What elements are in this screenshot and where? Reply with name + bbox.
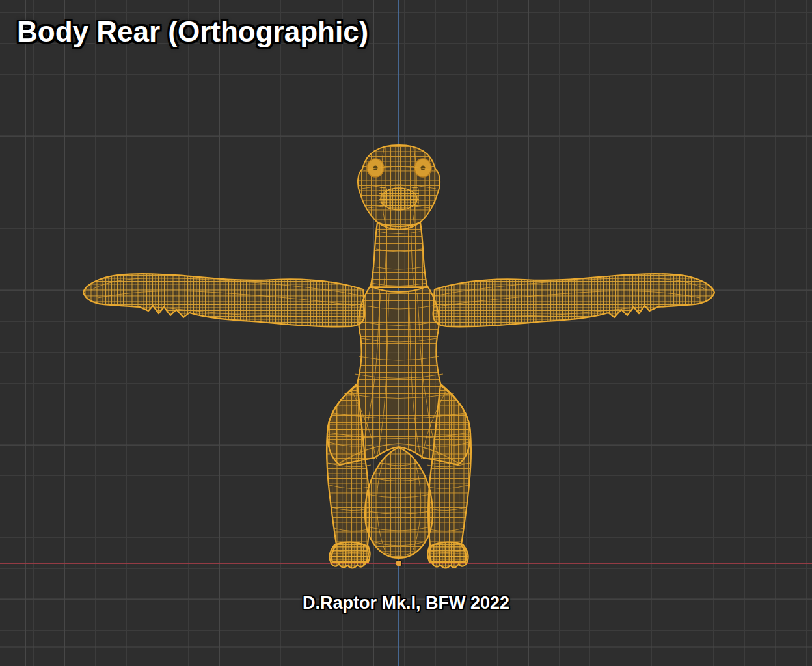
model-flow-lines bbox=[91, 146, 707, 558]
view-title: Body Rear (Orthographic) bbox=[17, 16, 368, 48]
model-caption: D.Raptor Mk.I, BFW 2022 bbox=[0, 593, 812, 613]
object-origin-dot[interactable] bbox=[396, 561, 401, 566]
wireframe-raptor-model[interactable] bbox=[0, 0, 812, 666]
screenshot-stage: Body Rear (Orthographic) D.Raptor Mk.I, … bbox=[0, 0, 812, 666]
